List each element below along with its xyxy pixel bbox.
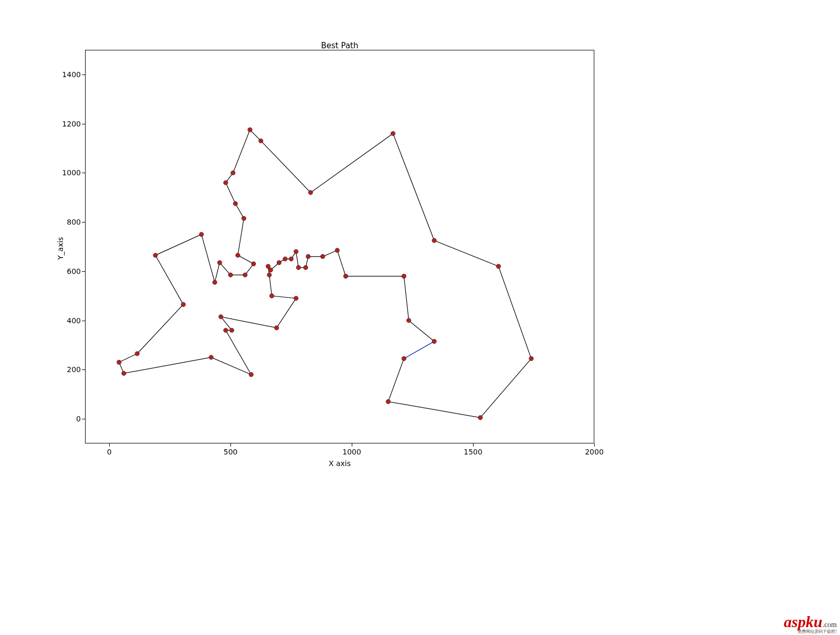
path-node: [321, 255, 325, 259]
path-node: [402, 274, 406, 278]
path-node: [275, 326, 279, 330]
watermark-logo: aspku.com 免费网站源码下载吧!: [784, 614, 837, 634]
watermark-suffix: .com: [822, 621, 837, 629]
path-node: [213, 280, 217, 284]
path-node: [243, 273, 247, 277]
path-node: [303, 266, 308, 270]
path-node: [209, 355, 213, 359]
path-node: [406, 318, 411, 322]
path-node: [122, 371, 126, 375]
start-segment: [404, 341, 434, 358]
path-node: [306, 255, 310, 259]
path-node: [229, 328, 234, 332]
watermark-main: aspku: [784, 613, 822, 630]
figure: Best Path X axis Y_axis 0500100015002000…: [0, 0, 840, 635]
path-node: [249, 373, 253, 377]
path-node: [231, 171, 235, 175]
path-node: [200, 232, 204, 236]
path-node: [217, 260, 222, 264]
path-node: [117, 360, 121, 364]
path-node: [296, 266, 300, 270]
plot-canvas: [0, 0, 840, 635]
path-node: [277, 260, 281, 264]
path-node: [236, 253, 240, 257]
path-node: [248, 128, 252, 132]
path-node: [224, 328, 228, 332]
path-node: [343, 274, 348, 278]
path-line: [119, 130, 531, 418]
path-node: [529, 356, 533, 361]
path-node: [242, 216, 246, 220]
path-node: [219, 314, 223, 319]
path-node: [181, 302, 185, 306]
path-node: [496, 264, 500, 268]
path-node: [308, 190, 312, 195]
path-node: [233, 202, 237, 206]
path-node: [228, 273, 233, 277]
path-node: [478, 416, 482, 420]
path-node: [267, 273, 271, 277]
path-node: [335, 248, 339, 252]
path-node: [402, 356, 406, 361]
path-node: [294, 249, 298, 253]
path-node: [268, 268, 272, 272]
path-node: [283, 257, 287, 261]
path-node: [135, 352, 139, 356]
path-node: [251, 262, 256, 266]
path-node: [224, 181, 228, 185]
path-node: [391, 131, 395, 135]
path-node: [294, 296, 298, 300]
path-node: [289, 257, 293, 261]
watermark-sub: 免费网站源码下载吧!: [784, 630, 837, 634]
path-node: [386, 399, 390, 404]
path-node: [432, 238, 436, 242]
path-node: [432, 339, 436, 343]
path-node: [153, 253, 158, 257]
path-node: [259, 139, 263, 143]
path-node: [270, 294, 274, 298]
